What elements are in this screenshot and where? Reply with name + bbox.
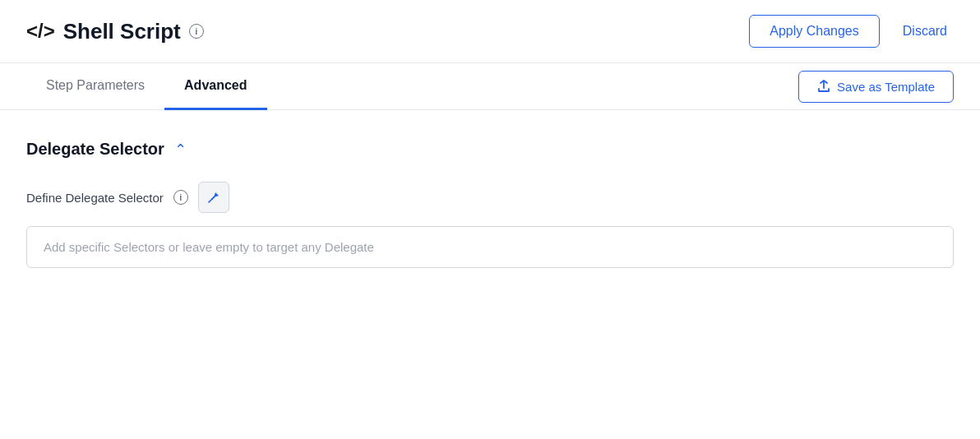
delegate-selector-input[interactable] (26, 226, 954, 268)
tabs-left: Step Parameters Advanced (26, 63, 267, 109)
save-as-template-button[interactable]: Save as Template (798, 71, 954, 103)
tabs-bar: Step Parameters Advanced Save as Templat… (0, 63, 980, 110)
header-left: </> Shell Script i (26, 19, 204, 44)
main-content: Delegate Selector ⌃ Define Delegate Sele… (0, 110, 980, 294)
code-icon: </> (26, 20, 55, 43)
apply-changes-button[interactable]: Apply Changes (749, 15, 880, 48)
delegate-selector-title: Delegate Selector (26, 140, 164, 159)
svg-point-0 (215, 195, 216, 196)
define-delegate-field-row: Define Delegate Selector i (26, 182, 954, 213)
pin-button[interactable] (198, 182, 229, 213)
chevron-up-icon[interactable]: ⌃ (174, 141, 187, 159)
define-delegate-label: Define Delegate Selector (26, 191, 164, 205)
delegate-field-info-icon[interactable]: i (173, 190, 188, 205)
tab-advanced[interactable]: Advanced (164, 63, 266, 110)
header-right: Apply Changes Discard (749, 15, 954, 48)
tab-step-parameters[interactable]: Step Parameters (26, 63, 164, 110)
page-title: Shell Script (63, 19, 181, 44)
upload-icon (817, 80, 830, 93)
page-header: </> Shell Script i Apply Changes Discard (0, 0, 980, 63)
discard-button[interactable]: Discard (896, 16, 954, 47)
info-icon[interactable]: i (189, 24, 204, 39)
delegate-selector-section-header: Delegate Selector ⌃ (26, 140, 954, 159)
